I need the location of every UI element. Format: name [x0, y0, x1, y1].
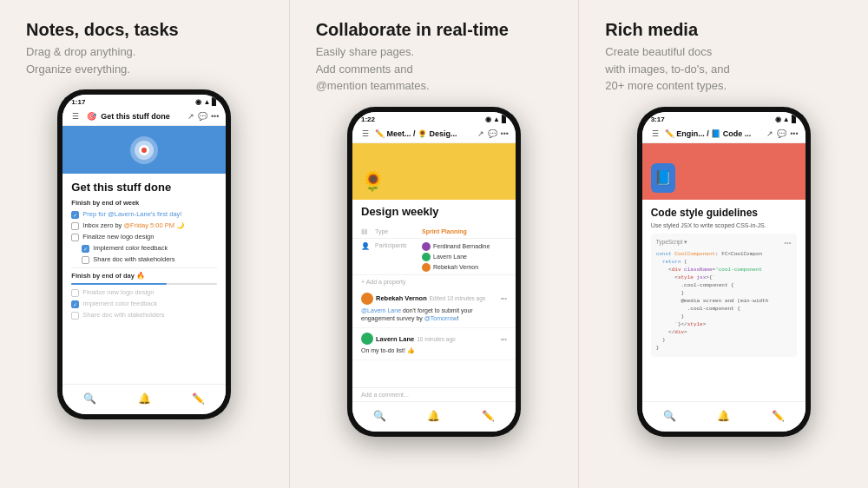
yellow-header: 🌻: [352, 143, 516, 200]
checkbox-checked[interactable]: [71, 211, 79, 219]
section1-label: Finish by end of week: [71, 199, 217, 207]
task-item: Implement color feedback: [82, 244, 217, 253]
panel3-header: Rich media Create beautiful docs with im…: [605, 19, 842, 95]
panel2-title: Collaborate in real-time: [316, 19, 553, 40]
checkbox-checked[interactable]: [82, 245, 89, 253]
status-bar-3: 3:17 ◉ ▲ ▊: [642, 112, 806, 125]
task-item: Finalize new logo design: [71, 288, 217, 297]
phone3: 3:17 ◉ ▲ ▊ ☰ ✏️ Engin... / 📘 Code ... ↗ …: [637, 107, 811, 437]
blue-header: [62, 126, 226, 174]
more-icon-2[interactable]: •••: [501, 129, 509, 138]
code-lang[interactable]: TypeScript ▾: [656, 239, 688, 246]
share-icon-2[interactable]: ↗: [477, 129, 484, 138]
nav-bar-1: ☰ 🎯 Get this stuff done ↗ 💬 •••: [62, 108, 226, 126]
panel2-header: Collaborate in real-time Easily share pa…: [316, 19, 553, 95]
edit-icon[interactable]: ✏️: [186, 390, 212, 407]
phone1-content: Get this stuff done Finish by end of wee…: [62, 126, 226, 384]
comments-section: Rebekah Vernon Edited 10 minutes ago •••…: [352, 288, 516, 387]
bell-icon[interactable]: 🔔: [131, 390, 157, 407]
panel1-subtitle: Drag & drop anything. Organize everythin…: [26, 43, 263, 77]
more-icon[interactable]: •••: [211, 112, 219, 121]
search-icon[interactable]: 🔍: [77, 390, 103, 407]
doc-title-1: Get this stuff done: [71, 181, 217, 194]
property-participants: 👤 Participants Ferdinand Bernadine Laver…: [352, 239, 516, 275]
panel1-header: Notes, docs, tasks Drag & drop anything.…: [26, 19, 263, 77]
panel-notes: Notes, docs, tasks Drag & drop anything.…: [0, 0, 289, 488]
more-icon-3[interactable]: •••: [790, 129, 798, 138]
breadcrumb-2: ✏️ Meet... / 🌻 Desig...: [375, 129, 474, 138]
panel-collaborate: Collaborate in real-time Easily share pa…: [290, 0, 579, 488]
checkbox[interactable]: [71, 234, 79, 241]
comment-item: Rebekah Vernon Edited 10 minutes ago •••…: [352, 288, 516, 329]
comment-item: Lavern Lane 10 minutes ago ••• On my to-…: [352, 328, 516, 360]
search-icon-2[interactable]: 🔍: [366, 407, 392, 425]
share-icon-3[interactable]: ↗: [766, 129, 773, 138]
doc-body-1: Get this stuff done Finish by end of wee…: [62, 174, 226, 329]
bottom-nav-1: 🔍 🔔 ✏️: [62, 384, 226, 414]
bell-icon-2[interactable]: 🔔: [421, 407, 447, 425]
phone1: 1:17 ◉ ▲ ▊ ☰ 🎯 Get this stuff done ↗: [57, 89, 231, 419]
bottom-nav-3: 🔍 🔔 ✏️: [642, 401, 806, 432]
panel1-title: Notes, docs, tasks: [26, 19, 263, 40]
comment-icon[interactable]: 💬: [198, 112, 207, 121]
comment-icon-2[interactable]: 💬: [488, 129, 497, 138]
property-type: ▤ Type Sprint Planning: [352, 225, 516, 239]
book-icon: 📘: [651, 163, 675, 193]
checkbox[interactable]: [71, 222, 79, 230]
comment-icon-3[interactable]: 💬: [777, 129, 786, 138]
panel-rich-media: Rich media Create beautiful docs with im…: [579, 0, 868, 488]
menu-icon-2[interactable]: ☰: [359, 128, 372, 140]
coral-header: 📘: [642, 143, 806, 200]
panel2-subtitle: Easily share pages. Add comments and @me…: [316, 43, 553, 95]
doc-title-2: Design weekly: [361, 205, 507, 218]
search-icon-3[interactable]: 🔍: [656, 407, 682, 425]
task-item: Implement color feedback: [71, 300, 217, 308]
add-property[interactable]: + Add a property: [352, 275, 516, 288]
code-body: Code style guidelines Use styled JSX to …: [642, 200, 806, 401]
panel3-title: Rich media: [605, 19, 842, 40]
nav-bar-3: ☰ ✏️ Engin... / 📘 Code ... ↗ 💬 •••: [642, 125, 806, 143]
task-item: Inbox zero by @Friday 5:00 PM 🌙: [71, 221, 217, 230]
sunflower-emoji: 🌻: [361, 170, 385, 193]
task-item: Prep for @Lavern-Lane's first day!: [71, 210, 217, 219]
bell-icon-3[interactable]: 🔔: [711, 407, 737, 425]
breadcrumb-3: ✏️ Engin... / 📘 Code ...: [665, 129, 764, 138]
edit-icon-3[interactable]: ✏️: [765, 407, 791, 425]
code-doc-title: Code style guidelines: [651, 207, 797, 219]
code-description: Use styled JSX to write scoped CSS-in-JS…: [651, 222, 797, 228]
status-bar-2: 1:22 ◉ ▲ ▊: [352, 112, 516, 125]
menu-icon-3[interactable]: ☰: [649, 128, 661, 140]
panel3-subtitle: Create beautiful docs with images, to-do…: [605, 43, 842, 95]
nav-bar-2: ☰ ✏️ Meet... / 🌻 Desig... ↗ 💬 •••: [352, 125, 516, 143]
comment-input[interactable]: Add a comment...: [352, 387, 516, 401]
bottom-nav-2: 🔍 🔔 ✏️: [352, 401, 516, 432]
code-block: TypeScript ▾ ••• const CoolComponent: FC…: [651, 234, 797, 357]
status-bar-1: 1:17 ◉ ▲ ▊: [62, 95, 226, 108]
share-icon[interactable]: ↗: [187, 112, 194, 121]
task-item: Finalize new logo design: [71, 233, 217, 241]
task-item: Share doc with stakeholders: [71, 311, 217, 320]
edit-icon-2[interactable]: ✏️: [476, 407, 502, 425]
target-icon: [128, 135, 160, 166]
svg-point-3: [141, 148, 147, 153]
code-more[interactable]: •••: [784, 239, 791, 247]
task-item: Share doc with stakeholders: [82, 255, 217, 264]
phone2: 1:22 ◉ ▲ ▊ ☰ ✏️ Meet... / 🌻 Desig... ↗ 💬…: [347, 107, 521, 437]
checkbox[interactable]: [82, 256, 89, 264]
nav-title-1: Get this stuff done: [101, 112, 184, 121]
menu-icon[interactable]: ☰: [69, 110, 82, 122]
